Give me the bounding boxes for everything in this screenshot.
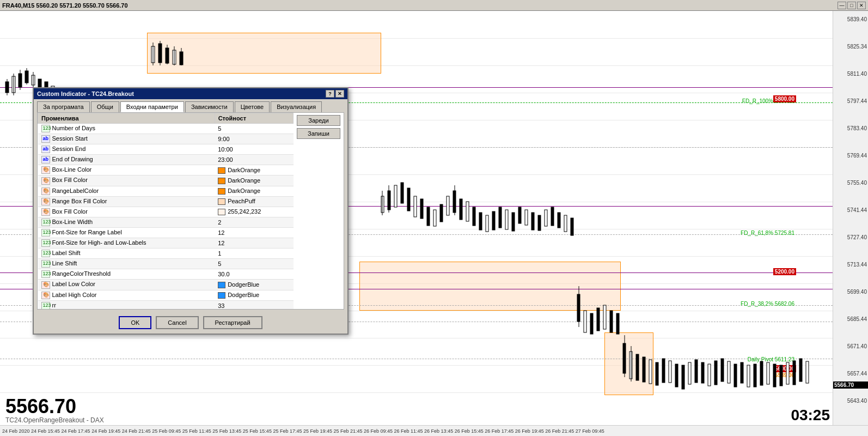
- row-icon-color: 🎨: [41, 187, 50, 195]
- color-swatch: [218, 282, 225, 288]
- table-row[interactable]: 123Font-Size for Range Label 12: [38, 227, 294, 238]
- color-swatch: [218, 198, 225, 205]
- row-icon-color: 🎨: [41, 281, 50, 289]
- bottom-bar: 24 Feb 2020 24 Feb 15:45 24 Feb 17:45 24…: [0, 425, 868, 436]
- table-row[interactable]: 🎨Label High Color DodgerBlue: [38, 290, 294, 300]
- dialog-footer: OK Cancel Рестартирай: [34, 312, 347, 334]
- row-icon-num: 123: [41, 239, 50, 247]
- table-row[interactable]: 🎨Box Fill Color DarkOrange: [38, 175, 294, 186]
- price-label: 5671.40: [847, 343, 867, 349]
- cancel-button[interactable]: Cancel: [156, 316, 198, 329]
- date-axis-text: 24 Feb 2020 24 Feb 15:45 24 Feb 17:45 24…: [2, 428, 604, 434]
- title-bar-text: FRA40,M15 5560.20 5571.20 5550.70 5566.7…: [2, 2, 128, 9]
- price-label: 5699.40: [847, 289, 867, 295]
- params-table-container: Променлива Стойност 123Number of Days 5 …: [38, 113, 294, 309]
- svg-rect-92: [714, 361, 717, 385]
- svg-rect-57: [505, 210, 508, 229]
- table-row[interactable]: abSession Start 9:00: [38, 134, 294, 144]
- table-row[interactable]: 123Line Shift 5: [38, 259, 294, 269]
- svg-rect-37: [388, 191, 390, 210]
- highlight-5200: 5200.00: [773, 268, 796, 275]
- table-row[interactable]: 🎨Range Box Fill Color PeachPuff: [38, 196, 294, 207]
- svg-rect-6: [25, 71, 28, 83]
- color-swatch: [218, 167, 225, 174]
- dialog-close-button[interactable]: ✕: [335, 90, 344, 98]
- price-label: 5797.44: [847, 98, 867, 104]
- load-button[interactable]: Зареди: [297, 115, 340, 126]
- svg-rect-53: [479, 213, 482, 230]
- table-row[interactable]: 🎨Box Fill Color 255,242,232: [38, 207, 294, 217]
- svg-rect-63: [545, 210, 547, 226]
- table-row[interactable]: 123Label Shift 1: [38, 249, 294, 259]
- svg-rect-65: [558, 213, 560, 228]
- tab-about[interactable]: За програмата: [37, 101, 90, 112]
- col-header-variable: Променлива: [38, 113, 215, 124]
- svg-rect-94: [728, 361, 730, 383]
- price-label: 5825.34: [847, 44, 867, 50]
- row-icon-abc: ab: [41, 146, 50, 153]
- table-row[interactable]: abEnd of Drawing 23:00: [38, 155, 294, 165]
- tab-input-params[interactable]: Входни параметри: [120, 101, 184, 112]
- svg-rect-105: [799, 359, 802, 382]
- dialog-title-bar: Custom Indicator - TC24.Breakout ? ✕: [34, 88, 347, 99]
- grid-line: [0, 392, 833, 393]
- title-bar: FRA40,M15 5560.20 5571.20 5550.70 5566.7…: [0, 0, 868, 11]
- minimize-button[interactable]: —: [838, 2, 846, 9]
- price-label: 5727.40: [847, 234, 867, 240]
- tab-dependencies[interactable]: Зависимости: [185, 101, 234, 112]
- restart-button[interactable]: Рестартирай: [203, 316, 262, 329]
- tab-general[interactable]: Общи: [91, 101, 119, 112]
- price-axis: 5839.40 5825.34 5811.40 5797.44 5783.40 …: [833, 11, 868, 425]
- row-icon-num: 123: [41, 125, 50, 132]
- svg-rect-98: [754, 364, 756, 387]
- current-price-label: 5566.70: [833, 382, 868, 389]
- svg-rect-93: [721, 359, 724, 382]
- table-row[interactable]: 123Box-Line Width 2: [38, 217, 294, 227]
- title-bar-controls: — □ ✕: [838, 2, 866, 9]
- grid-line: [0, 38, 833, 39]
- grid-line: [0, 365, 833, 366]
- row-icon-num: 123: [41, 219, 50, 226]
- row-icon-num: 123: [41, 270, 50, 278]
- table-row[interactable]: 123Number of Days 5: [38, 124, 294, 134]
- svg-rect-62: [538, 215, 541, 231]
- save-button[interactable]: Запиши: [297, 128, 340, 139]
- session-box-middle: [359, 262, 621, 311]
- dialog-title-controls: ? ✕: [326, 90, 344, 98]
- price-big-text: 5566.70: [5, 397, 104, 416]
- svg-rect-87: [682, 365, 684, 389]
- price-label: 5713.44: [847, 262, 867, 268]
- price-label: 5643.40: [847, 398, 867, 404]
- svg-rect-85: [669, 361, 671, 383]
- svg-rect-91: [708, 364, 711, 386]
- row-icon-color: 🎨: [41, 198, 50, 205]
- svg-rect-75: [616, 313, 619, 334]
- dialog-help-button[interactable]: ?: [326, 90, 334, 98]
- dashed-line-6: [0, 359, 833, 359]
- ok-button[interactable]: OK: [119, 316, 151, 329]
- svg-rect-58: [512, 213, 515, 231]
- close-button[interactable]: ✕: [857, 2, 866, 9]
- table-row[interactable]: abSession End 10:00: [38, 144, 294, 155]
- price-label: 5811.40: [847, 71, 867, 77]
- svg-rect-35: [381, 196, 384, 213]
- price-display: 5566.70 TC24.OpenRangeBreakout - DAX: [5, 397, 104, 424]
- table-row[interactable]: 123Font-Size for High- and Low-Labels 12: [38, 238, 294, 249]
- table-row[interactable]: 🎨Label Low Color DodgerBlue: [38, 280, 294, 290]
- time-display: 03:25: [791, 407, 830, 424]
- row-icon-color: 🎨: [41, 166, 50, 174]
- svg-rect-95: [734, 364, 737, 387]
- svg-rect-60: [525, 210, 528, 225]
- dialog-tabs: За програмата Общи Входни параметри Зави…: [34, 99, 347, 112]
- grid-line: [0, 338, 833, 338]
- session-box-top: [147, 33, 381, 74]
- tab-colors[interactable]: Цветове: [235, 101, 270, 112]
- table-row[interactable]: 🎨RangeLabelColor DarkOrange: [38, 186, 294, 196]
- row-icon-color: 🎨: [41, 208, 50, 216]
- maximize-button[interactable]: □: [847, 2, 856, 9]
- tab-visualization[interactable]: Визуализация: [271, 101, 322, 112]
- table-row[interactable]: 123RangeColorThreshold 30.0: [38, 269, 294, 280]
- table-row[interactable]: 123rr 33: [38, 300, 294, 309]
- row-icon-num: 123: [41, 250, 50, 257]
- table-row[interactable]: 🎨Box-Line Color DarkOrange: [38, 165, 294, 175]
